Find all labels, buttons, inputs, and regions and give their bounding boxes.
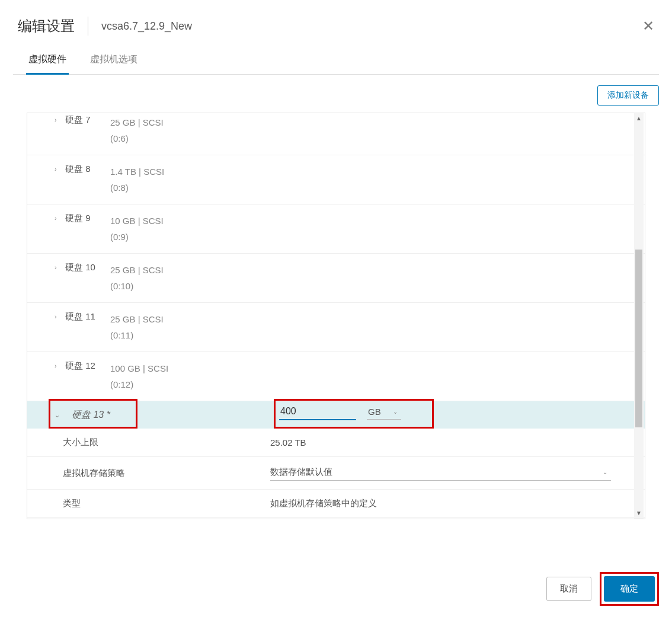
highlight-box: 确定 <box>600 572 659 606</box>
disk-13-type-row: 类型 如虚拟机存储策略中的定义 <box>27 489 645 517</box>
tab-vm-options[interactable]: 虚拟机选项 <box>88 47 140 75</box>
disk-value: 25 GB | SCSI (0:6) <box>110 114 164 146</box>
chevron-right-icon: › <box>55 313 59 320</box>
add-device-button[interactable]: 添加新设备 <box>597 85 659 106</box>
disk-label: 硬盘 8 <box>65 164 91 175</box>
device-panel: › 硬盘 7 25 GB | SCSI (0:6) › 硬盘 8 1.4 TB … <box>27 113 645 519</box>
disk-row-8[interactable]: › 硬盘 8 1.4 TB | SCSI (0:8) <box>27 155 645 204</box>
max-size-value: 25.02 TB <box>270 437 306 448</box>
scroll-up-icon[interactable]: ▲ <box>634 113 644 124</box>
disk-row-11[interactable]: › 硬盘 11 25 GB | SCSI (0:11) <box>27 303 645 352</box>
chevron-down-icon: ⌄ <box>603 469 607 475</box>
close-icon[interactable]: ✕ <box>642 19 654 33</box>
dialog-footer: 取消 确定 <box>546 572 659 606</box>
storage-policy-value: 数据存储默认值 <box>270 466 332 478</box>
disk-row-12[interactable]: › 硬盘 12 100 GB | SCSI (0:12) <box>27 352 645 401</box>
disk-label: 硬盘 12 <box>65 360 95 372</box>
disk-13-header[interactable]: ⌄ 硬盘 13 * GB ⌄ <box>27 401 645 429</box>
scroll-thumb[interactable] <box>635 250 642 427</box>
disk-size-input[interactable] <box>279 404 356 420</box>
unit-label: GB <box>368 407 381 417</box>
dialog-header: 编辑设置 vcsa6.7_12.9_New <box>0 0 672 47</box>
disk-row-10[interactable]: › 硬盘 10 25 GB | SCSI (0:10) <box>27 254 645 303</box>
disk-row-13-expanded: ⌄ 硬盘 13 * GB ⌄ <box>27 401 645 429</box>
scroll-down-icon[interactable]: ▼ <box>634 508 644 519</box>
chevron-down-icon: ⌄ <box>393 408 398 415</box>
type-value: 如虚拟机存储策略中的定义 <box>270 498 377 509</box>
disk-value: 100 GB | SCSI (0:12) <box>110 360 168 392</box>
disk-value: 25 GB | SCSI (0:10) <box>110 262 164 294</box>
disk-label: 硬盘 7 <box>65 114 91 126</box>
disk-row-9[interactable]: › 硬盘 9 10 GB | SCSI (0:9) <box>27 204 645 254</box>
disk-size-unit-select[interactable]: GB ⌄ <box>367 404 401 420</box>
disk-label: 硬盘 10 <box>65 262 95 273</box>
vm-name: vcsa6.7_12.9_New <box>88 20 192 33</box>
tab-bar: 虚拟硬件 虚拟机选项 <box>13 47 659 75</box>
chevron-right-icon: › <box>55 165 59 172</box>
ok-button[interactable]: 确定 <box>604 576 655 602</box>
disk-value: 10 GB | SCSI (0:9) <box>110 213 164 245</box>
chevron-down-icon: ⌄ <box>55 411 60 419</box>
storage-policy-select[interactable]: 数据存储默认值 ⌄ <box>270 465 611 481</box>
disk-row-7[interactable]: › 硬盘 7 25 GB | SCSI (0:6) <box>27 113 645 155</box>
chevron-right-icon: › <box>55 215 59 222</box>
disk-label: 硬盘 11 <box>65 311 95 322</box>
chevron-right-icon: › <box>55 362 59 369</box>
storage-policy-label: 虚拟机存储策略 <box>27 468 270 479</box>
cancel-button[interactable]: 取消 <box>546 577 591 601</box>
tab-virtual-hardware[interactable]: 虚拟硬件 <box>26 47 69 75</box>
disk-13-title: 硬盘 13 * <box>72 409 110 421</box>
dialog-title: 编辑设置 <box>18 17 88 36</box>
type-label: 类型 <box>27 498 270 509</box>
toolbar: 添加新设备 <box>0 75 672 113</box>
max-size-label: 大小上限 <box>27 437 270 448</box>
disk-value: 25 GB | SCSI (0:11) <box>110 311 164 343</box>
disk-13-share-row: 共享 未共享 <box>27 517 645 519</box>
chevron-right-icon: › <box>55 116 59 123</box>
disk-13-policy-row: 虚拟机存储策略 数据存储默认值 ⌄ <box>27 456 645 489</box>
disk-label: 硬盘 9 <box>65 213 91 224</box>
disk-13-max-size-row: 大小上限 25.02 TB <box>27 429 645 456</box>
disk-value: 1.4 TB | SCSI (0:8) <box>110 164 164 196</box>
scrollbar[interactable]: ▲ ▼ <box>634 113 644 519</box>
chevron-right-icon: › <box>55 264 59 271</box>
